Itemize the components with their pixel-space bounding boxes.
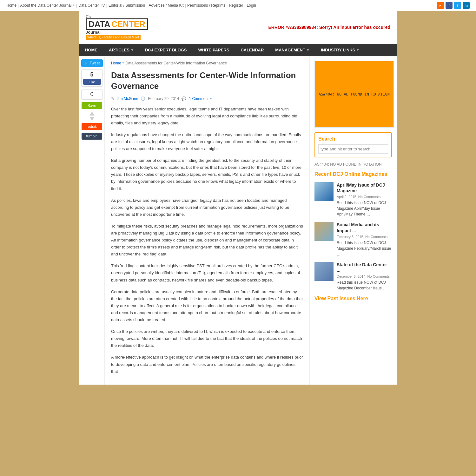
nav-management[interactable]: MANAGEMENT ▼	[269, 44, 315, 56]
facebook-count: 5	[83, 71, 101, 78]
topnav-sep6: |	[227, 3, 228, 8]
facebook-icon[interactable]: f	[446, 2, 453, 9]
nav-dcj-expert-blogs[interactable]: DCJ EXPERT BLOGS	[139, 44, 192, 56]
ad-banner: AS#404: NO AD FOUND IN ROTATION	[314, 61, 394, 128]
tweet-button[interactable]: 🐦 Tweet	[81, 59, 103, 67]
nav-calendar[interactable]: CALENDAR	[235, 44, 269, 56]
article-meta: ✎ Jim McGann 🕐 February 20, 2014 💬 1 Com…	[111, 96, 303, 101]
topnav-sep4: |	[146, 3, 147, 8]
logo-journal: Journal	[86, 30, 148, 35]
search-box: Search	[314, 132, 392, 157]
logo-data: DATA	[89, 19, 110, 29]
facebook-like-button[interactable]: Like	[83, 79, 101, 85]
article-para-2: Industry regulations have changed the en…	[111, 131, 303, 152]
reddit-button[interactable]: reddit.	[82, 123, 102, 130]
magazine-info-3: State of the Data Center ... December 5,…	[337, 262, 392, 291]
view-past-issues[interactable]: View Past Issues Here	[314, 296, 392, 301]
logo-tagline: Where IT, Facilities and Design Meet	[86, 35, 141, 40]
breadcrumb-separator: »	[122, 61, 125, 65]
magazine-info-2: Social Media and its Impact ... February…	[337, 222, 392, 257]
breadcrumb-home[interactable]: Home	[111, 61, 121, 65]
breadcrumb-current: Data Assessments for Center-Wide Informa…	[125, 61, 227, 65]
magazine-excerpt-3: Read this issue NOW of DCJ Magazine Dece…	[337, 280, 392, 291]
breadcrumb: Home » Data Assessments for Center-Wide …	[111, 61, 303, 65]
magazine-item-3: State of the Data Center ... December 5,…	[314, 262, 392, 291]
tweet-label: Tweet	[90, 61, 100, 65]
magazine-item-2: Social Media and its Impact ... February…	[314, 222, 392, 257]
article-title: Data Assessments for Center-Wide Informa…	[111, 70, 303, 92]
topnav-sep5: |	[185, 3, 186, 8]
topnav-sep: |	[18, 3, 19, 8]
arrow-up-icon[interactable]	[89, 112, 95, 116]
comment-icon: 💬	[182, 96, 186, 101]
article-author[interactable]: Jim McGann	[117, 96, 138, 101]
logo: The DATA CENTER Journal Where IT, Facili…	[86, 15, 148, 40]
arrow-down-icon[interactable]	[89, 117, 95, 121]
clock-icon: 🕐	[141, 96, 145, 101]
article-para-8: Once the policies are written, they are …	[111, 328, 303, 349]
logo-the: The	[86, 15, 148, 18]
author-icon: ✎	[111, 96, 114, 101]
article-para-6: This 'red flag' content includes highly …	[111, 262, 303, 283]
twitter-bird-icon: 🐦	[84, 61, 89, 65]
article-comments[interactable]: 1 Comment »	[189, 96, 212, 101]
logo-center: CENTER	[111, 19, 145, 29]
save-button[interactable]: Save	[82, 102, 102, 109]
article-para-7: Corporate data policies are usually comp…	[111, 288, 303, 323]
share-count: 0	[83, 91, 101, 98]
magazine-thumb-1[interactable]	[314, 182, 334, 201]
recent-magazines-title: Recent DCJ Online Magazines	[314, 171, 392, 179]
magazine-date-3: December 5, 2014, No Comments	[337, 274, 392, 278]
facebook-like-box: 5 Like	[81, 69, 103, 87]
article-para-5: To mitigate these risks, avoid security …	[111, 223, 303, 258]
topnav-register[interactable]: Register	[229, 3, 243, 8]
search-title: Search	[318, 136, 388, 142]
topnav-sep7: |	[244, 3, 245, 8]
article-date: February 20, 2014	[148, 96, 179, 101]
share-arrows	[89, 112, 95, 121]
magazine-title-2[interactable]: Social Media and its Impact ...	[337, 222, 392, 233]
twitter-icon[interactable]: t	[454, 2, 461, 9]
topnav-login[interactable]: Login	[247, 3, 256, 8]
magazine-title-1[interactable]: April/May issue of DCJ Magazine	[337, 182, 392, 194]
nav-home[interactable]: HOME	[79, 44, 103, 56]
topnav-sep2: |	[76, 3, 77, 8]
share-count-box: 0	[81, 89, 103, 100]
topnav-permissions[interactable]: Permissions / Reprints	[187, 3, 225, 8]
linkedin-icon[interactable]: in	[463, 2, 470, 9]
error-message: ERROR #AS382989934: Sorry! An input erro…	[268, 25, 390, 30]
tumblr-button[interactable]: tumblr.	[82, 133, 102, 140]
magazine-excerpt-2: Read this issue NOW of DCJ Magazine Febr…	[337, 240, 392, 257]
magazine-date-2: February 5, 2015, No Comments	[337, 235, 392, 239]
search-input[interactable]	[318, 144, 388, 154]
nav-articles[interactable]: ARTICLES ▼	[103, 44, 139, 56]
article-para-3: But a growing number of companies are fi…	[111, 157, 303, 192]
magazine-info-1: April/May issue of DCJ Magazine April 2,…	[337, 182, 392, 217]
ad-text-2: AS#404: NO AD FOUND IN ROTATION	[314, 162, 392, 167]
topnav-home[interactable]: Home	[6, 3, 17, 8]
topnav-sep3: |	[106, 3, 107, 8]
magazine-title-3[interactable]: State of the Data Center ...	[337, 262, 392, 273]
main-navigation: HOME ARTICLES ▼ DCJ EXPERT BLOGS WHITE P…	[79, 44, 397, 56]
article-para-4: As policies, laws and employees have cha…	[111, 197, 303, 218]
topnav-advertise[interactable]: Advertise / Media Kit	[149, 3, 184, 8]
topnav-editorial[interactable]: Editorial / Submission	[109, 3, 145, 8]
magazine-item-1: April/May issue of DCJ Magazine April 2,…	[314, 182, 392, 217]
nav-industry-links[interactable]: INDUSTRY LINKS ▼	[315, 44, 365, 56]
article-para-9: A more-effective approach is to get insi…	[111, 354, 303, 375]
magazine-thumb-2[interactable]	[314, 222, 334, 241]
topnav-about[interactable]: About the Data Center Journal +	[20, 3, 75, 8]
magazine-excerpt-1: Read this issue NOW of DCJ Magazine Apri…	[337, 200, 392, 217]
article-body: Over the last few years senior executive…	[111, 106, 303, 375]
article-para-1: Over the last few years senior executive…	[111, 106, 303, 127]
topnav-tv[interactable]: Data Center TV	[78, 3, 105, 8]
magazine-thumb-3[interactable]	[314, 262, 334, 281]
magazine-date-1: April 2, 2015, No Comments	[337, 195, 392, 199]
recent-magazines-section: Recent DCJ Online Magazines April/May is…	[314, 171, 392, 301]
rss-icon[interactable]: ▸	[437, 2, 444, 9]
nav-white-papers[interactable]: WHITE PAPERS	[192, 44, 235, 56]
